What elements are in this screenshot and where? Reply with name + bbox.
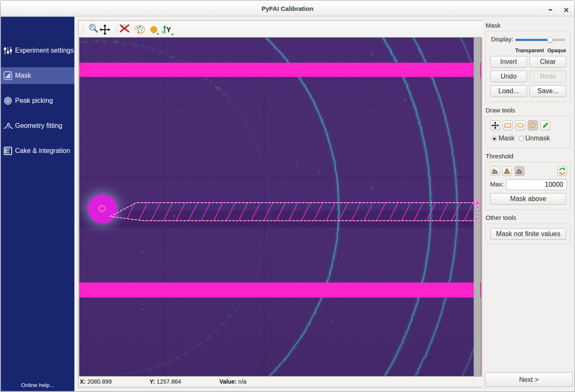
svg-text:Y: Y bbox=[166, 26, 171, 33]
svg-text:0: 0 bbox=[162, 31, 163, 33]
